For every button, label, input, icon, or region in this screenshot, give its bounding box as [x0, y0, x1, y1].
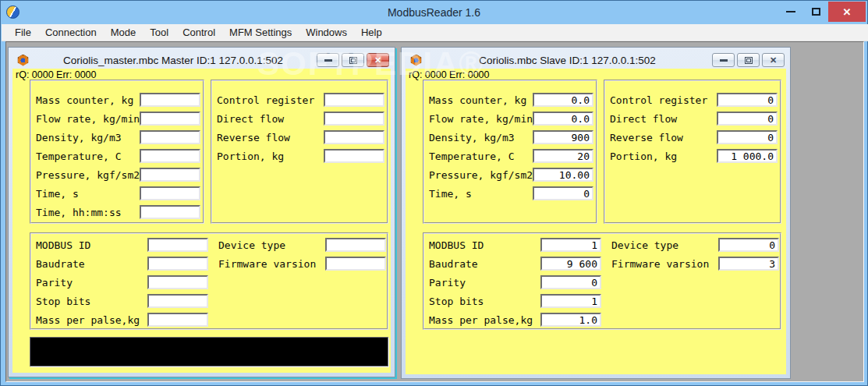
input-portion-kg[interactable] — [324, 149, 384, 163]
input-device-type[interactable] — [325, 238, 386, 252]
app-maximize-button[interactable] — [803, 2, 828, 22]
label-mass-per-palse-kg: Mass per palse,kg — [36, 314, 147, 326]
label-pressure-kgf-sm2: Pressure, kgf/sm2 — [36, 169, 140, 181]
child-window-master: Coriolis_master.mbc Master ID:1 127.0.0.… — [8, 47, 395, 377]
menu-item-control[interactable]: Control — [175, 24, 222, 41]
field-row-mass-counter-kg: Mass counter, kg — [424, 90, 596, 109]
label-density-kg-m3: Density, kg/m3 — [429, 132, 533, 143]
child-titlebar[interactable]: Coriolis_master.mbc Master ID:1 127.0.0.… — [12, 51, 391, 69]
input-temperature-c[interactable] — [140, 149, 200, 163]
window-client-area: rQ: 0000 Err: 0000 Mass counter, kgFlow … — [406, 69, 786, 374]
menu-item-help[interactable]: Help — [354, 24, 389, 41]
mdi-workspace: Coriolis_master.mbc Master ID:1 127.0.0.… — [5, 41, 864, 382]
menu-item-windows[interactable]: Windows — [299, 24, 354, 41]
input-reverse-flow[interactable] — [717, 130, 778, 144]
input-density-kg-m3[interactable] — [533, 130, 593, 144]
label-mass-counter-kg: Mass counter, kg — [429, 94, 533, 106]
process-values-groupbox: Mass counter, kgFlow rate, kg/minDensity… — [423, 80, 597, 224]
input-mass-counter-kg[interactable] — [533, 93, 593, 107]
child-titlebar[interactable]: Coriolis.mbc Slave ID:1 127.0.0.1:502 ✕ — [406, 51, 786, 69]
gear-document-icon — [410, 55, 422, 66]
menu-item-connection[interactable]: Connection — [38, 24, 104, 41]
totalizer-groupbox: Control registerDirect flowReverse flowP… — [604, 80, 781, 224]
menu-bar: FileConnectionModeToolControlMFM Setting… — [2, 24, 868, 41]
input-control-register[interactable] — [717, 93, 778, 107]
input-baudrate[interactable] — [540, 257, 601, 271]
input-flow-rate-kg-min[interactable] — [140, 112, 200, 126]
process-values-groupbox: Mass counter, kgFlow rate, kg/minDensity… — [30, 80, 204, 224]
app-minimize-button[interactable] — [778, 2, 803, 22]
label-time-s: Time, s — [429, 188, 533, 200]
field-row-temperature-c: Temperature, C — [31, 147, 203, 165]
field-row-stop-bits: Stop bits — [424, 292, 604, 310]
app-titlebar[interactable]: ModbusReader 1.6 ✕ — [1, 1, 867, 24]
label-temperature-c: Temperature, C — [429, 151, 533, 162]
label-time-hh-mm-ss: Time, hh:mm:ss — [36, 207, 140, 218]
minimize-icon — [324, 59, 332, 62]
app-close-button[interactable]: ✕ — [828, 2, 866, 22]
input-parity[interactable] — [540, 275, 601, 289]
input-density-kg-m3[interactable] — [140, 130, 200, 144]
menu-item-file[interactable]: File — [8, 24, 38, 41]
input-device-type[interactable] — [718, 238, 779, 252]
restore-button[interactable] — [342, 53, 364, 67]
label-control-register: Control register — [610, 94, 717, 106]
input-time-s[interactable] — [140, 186, 200, 200]
close-button[interactable]: ✕ — [762, 53, 785, 67]
field-row-control-register: Control register — [605, 90, 780, 109]
input-firmware-varsion[interactable] — [718, 257, 779, 271]
input-parity[interactable] — [147, 275, 208, 289]
field-row-mass-counter-kg: Mass counter, kg — [31, 90, 203, 109]
input-time-hh-mm-ss[interactable] — [140, 205, 200, 219]
label-parity: Parity — [36, 277, 147, 289]
menu-item-mode[interactable]: Mode — [104, 24, 143, 41]
input-modbus-id[interactable] — [147, 238, 208, 252]
field-row-control-register: Control register — [212, 90, 387, 109]
input-pressure-kgf-sm2[interactable] — [140, 168, 200, 182]
field-row-temperature-c: Temperature, C — [424, 147, 596, 165]
close-button[interactable]: ✕ — [367, 53, 389, 67]
input-mass-counter-kg[interactable] — [140, 93, 200, 107]
field-row-baudrate: Baudrate — [424, 254, 604, 273]
maximize-icon — [812, 8, 820, 16]
field-row-baudrate: Baudrate — [31, 254, 211, 273]
input-control-register[interactable] — [324, 93, 384, 107]
minimize-button[interactable] — [317, 53, 339, 67]
input-firmware-varsion[interactable] — [325, 257, 386, 271]
menu-item-tool[interactable]: Tool — [143, 24, 175, 41]
input-flow-rate-kg-min[interactable] — [533, 112, 593, 126]
input-portion-kg[interactable] — [717, 149, 778, 163]
input-temperature-c[interactable] — [533, 149, 593, 163]
child-window-slave: Coriolis.mbc Slave ID:1 127.0.0.1:502 ✕ … — [401, 47, 791, 379]
label-reverse-flow: Reverse flow — [217, 132, 324, 143]
input-mass-per-palse-kg[interactable] — [540, 313, 601, 327]
label-density-kg-m3: Density, kg/m3 — [36, 132, 140, 143]
input-modbus-id[interactable] — [540, 238, 601, 252]
restore-button[interactable] — [737, 53, 760, 67]
input-time-s[interactable] — [533, 186, 593, 200]
field-row-time-s: Time, s — [31, 184, 203, 203]
minimize-button[interactable] — [712, 53, 735, 67]
field-row-direct-flow: Direct flow — [212, 109, 387, 128]
input-mass-per-palse-kg[interactable] — [147, 313, 208, 327]
label-modbus-id: MODBUS ID — [36, 239, 147, 251]
input-stop-bits[interactable] — [147, 294, 208, 308]
minimize-icon — [720, 59, 728, 62]
field-row-mass-per-palse-kg: Mass per palse,kg — [31, 310, 211, 329]
input-baudrate[interactable] — [147, 257, 208, 271]
gear-document-icon — [17, 55, 29, 66]
label-mass-per-palse-kg: Mass per palse,kg — [429, 314, 540, 326]
field-row-flow-rate-kg-min: Flow rate, kg/min — [424, 109, 596, 128]
restore-icon — [349, 57, 357, 64]
input-reverse-flow[interactable] — [324, 130, 384, 144]
label-flow-rate-kg-min: Flow rate, kg/min — [36, 113, 140, 125]
restore-icon — [745, 57, 753, 64]
menu-item-mfm-settings[interactable]: MFM Settings — [222, 24, 299, 41]
input-pressure-kgf-sm2[interactable] — [533, 168, 593, 182]
field-row-pressure-kgf-sm2: Pressure, kgf/sm2 — [424, 165, 596, 184]
input-direct-flow[interactable] — [324, 112, 384, 126]
label-direct-flow: Direct flow — [217, 113, 324, 125]
input-stop-bits[interactable] — [540, 294, 601, 308]
input-direct-flow[interactable] — [717, 112, 778, 126]
field-row-portion-kg: Portion, kg — [605, 147, 780, 165]
